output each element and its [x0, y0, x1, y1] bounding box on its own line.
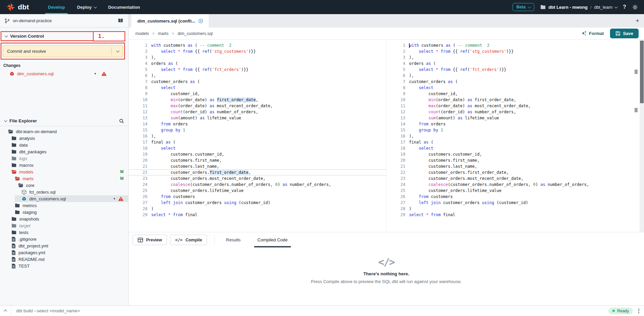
code-line: 21 customers.last_name, — [129, 163, 386, 169]
line-number: 16 — [129, 133, 147, 139]
line-number: 18 — [386, 145, 405, 151]
code-text: select * from final — [147, 212, 197, 218]
folder-icon — [11, 156, 16, 161]
tree-item-target[interactable]: target — [0, 222, 128, 229]
annotation-label: 1. — [98, 33, 105, 39]
warning-icon — [118, 196, 124, 201]
unsaved-dot-icon[interactable] — [198, 18, 203, 24]
beta-button[interactable]: Beta — [512, 3, 534, 11]
code-line: 16), — [386, 133, 644, 139]
help-icon[interactable]: ? — [623, 4, 626, 10]
line-number: 15 — [386, 127, 405, 133]
commit-and-resolve-button[interactable]: Commit and resolve — [3, 45, 123, 57]
line-number: 19 — [129, 151, 147, 157]
tree-item-analysis[interactable]: analysis — [0, 135, 128, 142]
tree-item-TEST[interactable]: TEST — [0, 263, 128, 269]
tree-item-staging[interactable]: staging — [0, 209, 128, 215]
chevron-right-icon: > — [152, 31, 155, 36]
code-pane-right[interactable]: 1with customers as ( -- comment 22 selec… — [386, 40, 644, 232]
code-text: ) — [405, 206, 411, 212]
git-branch-selector[interactable]: on-demand-practice — [0, 14, 128, 28]
tree-item-label: dbt_project.yml — [19, 243, 48, 248]
line-number: 20 — [386, 157, 405, 163]
code-text: final as ( — [405, 139, 433, 145]
compile-button[interactable]: </> Compile — [170, 235, 207, 245]
tree-item-label: tests — [19, 230, 28, 235]
folder-icon — [11, 230, 16, 235]
tree-item-snapshots[interactable]: snapshots — [0, 215, 128, 222]
preview-button[interactable]: Preview — [133, 235, 167, 245]
code-pane-left[interactable]: 1with customers as ( -- comment 22 selec… — [129, 40, 386, 232]
tree-item-tests[interactable]: tests — [0, 229, 128, 236]
format-button[interactable]: Format — [581, 31, 604, 36]
tree-item-logs[interactable]: logs — [0, 155, 128, 162]
line-number: 18 — [129, 145, 147, 151]
line-number: 23 — [129, 175, 147, 182]
gear-icon[interactable] — [632, 4, 638, 10]
account-switcher[interactable]: dbt Learn - mwong / dbt_learn — [540, 5, 617, 10]
code-line: 1with customers as ( -- comment 2 — [129, 42, 386, 48]
tree-item-core[interactable]: core — [0, 182, 128, 189]
tree-item-README.md[interactable]: README.md — [0, 256, 128, 263]
folder-icon — [15, 203, 20, 208]
sidebar: on-demand-practice Version Control 1. Co… — [0, 14, 129, 305]
model-cube-icon — [9, 71, 14, 76]
tree-item-marts[interactable]: martsM — [0, 175, 128, 182]
tab-results[interactable]: Results — [221, 232, 245, 247]
code-line: 17final as ( — [386, 139, 644, 145]
code-line: 1with customers as ( -- comment 2 — [386, 42, 644, 48]
line-number: 27 — [386, 200, 405, 206]
scrollbar-thumb[interactable] — [640, 41, 644, 103]
main-nav: DevelopDeployDocumentation — [42, 0, 146, 14]
line-number: 10 — [386, 97, 405, 103]
chevron-down-icon — [5, 34, 8, 37]
folder-icon — [540, 5, 546, 9]
command-input[interactable]: dbt build --select <model_name> — [16, 308, 608, 313]
modified-badge: M — [120, 169, 124, 174]
tree-item-metrics[interactable]: metrics — [0, 202, 128, 209]
nav-item-deploy[interactable]: Deploy — [71, 0, 102, 14]
docs-book-icon[interactable] — [117, 18, 124, 23]
line-number: 19 — [386, 151, 405, 157]
version-control-header[interactable]: Version Control 1. — [1, 31, 125, 41]
code-text: customer_orders.most_recent_order_date, — [405, 175, 523, 182]
tree-item-dim_customers.sql[interactable]: dim_customers.sql — [0, 195, 128, 202]
tab-dim-customers[interactable]: dim_customers.sql (confli... — [131, 14, 209, 28]
save-button[interactable]: Save — [610, 29, 639, 38]
results-tabs: ResultsCompiled Code — [221, 232, 292, 247]
tree-item-.gitignore[interactable]: .gitignore — [0, 236, 128, 242]
nav-item-develop[interactable]: Develop — [42, 0, 71, 14]
file-search-button[interactable] — [119, 118, 124, 124]
tree-item-dbt-learn-on-demand[interactable]: dbt-learn-on-demand — [0, 128, 128, 135]
kebab-menu[interactable] — [638, 309, 639, 313]
editor-scrollbar[interactable] — [640, 40, 644, 232]
tree-item-models[interactable]: modelsM — [0, 168, 128, 175]
code-text: count(order_id) as number_of_orders, — [405, 109, 516, 115]
nav-item-documentation[interactable]: Documentation — [102, 0, 146, 14]
tree-item-macros[interactable]: macros — [0, 162, 128, 168]
project-switcher[interactable]: dbt_learn — [594, 5, 617, 10]
code-text: customer_orders.first_order_date, — [405, 169, 509, 175]
changed-file-dim_customers.sql[interactable]: dim_customers.sql — [0, 70, 128, 77]
code-line: 26 from customers — [386, 194, 644, 200]
code-line: 8 select — [129, 85, 386, 91]
tree-item-data[interactable]: data — [0, 142, 128, 148]
tab-compiled-code[interactable]: Compiled Code — [253, 232, 293, 247]
panel-expand-toggle[interactable] — [5, 310, 7, 312]
line-number: 24 — [129, 182, 147, 188]
line-number: 14 — [129, 121, 147, 127]
code-line: 19 customers.customer_id, — [129, 151, 386, 157]
file-explorer-header[interactable]: File Explorer — [0, 116, 128, 126]
line-number: 12 — [386, 109, 405, 115]
tree-item-packages.yml[interactable]: packages.yml — [0, 249, 128, 256]
commit-options-dropdown[interactable] — [112, 50, 123, 52]
line-number: 25 — [129, 188, 147, 194]
tree-item-dbt_project.yml[interactable]: dbt_project.yml — [0, 242, 128, 249]
dbt-logo[interactable]: dbt — [0, 0, 32, 14]
tree-item-dbt_packages[interactable]: dbt_packages — [0, 148, 128, 155]
code-text: select — [405, 145, 433, 151]
tree-item-fct_orders.sql[interactable]: fct_orders.sql — [0, 189, 128, 195]
line-number: 8 — [129, 85, 147, 91]
code-text: count(order_id) as number_of_orders, — [147, 109, 258, 115]
new-tab-button[interactable]: + — [636, 17, 644, 25]
